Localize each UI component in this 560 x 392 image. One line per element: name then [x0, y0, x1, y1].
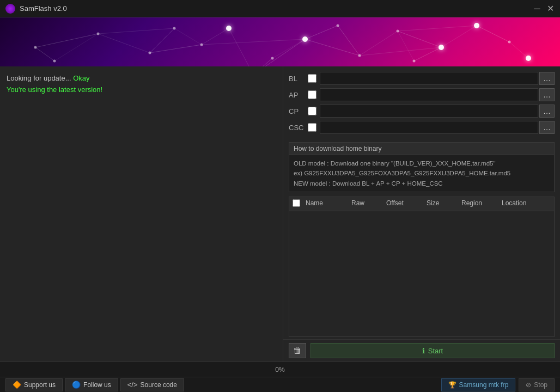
window-controls: ─ ✕: [533, 4, 555, 13]
checkbox-ap[interactable]: [308, 90, 316, 99]
col-region: Region: [461, 199, 500, 209]
erase-icon: 🗑: [293, 346, 302, 356]
info-line1: OLD model : Download one binary "(BUILD_…: [294, 158, 550, 168]
source-label: Source code: [141, 381, 177, 389]
support-icon: 🔶: [13, 381, 21, 389]
label-csc: CSC: [289, 124, 308, 132]
checkbox-bl[interactable]: [308, 74, 316, 83]
banner: [0, 17, 560, 66]
input-bl[interactable]: [320, 72, 538, 85]
samsung-icon: 🏆: [448, 381, 456, 389]
input-csc[interactable]: [320, 121, 538, 134]
col-check: [293, 199, 303, 209]
info-box: How to download home binary OLD model : …: [289, 142, 555, 192]
browse-csc-button[interactable]: …: [539, 121, 555, 134]
right-panel: BL … AP … CP … CSC: [283, 66, 560, 362]
table-header: Name Raw Offset Size Region Location: [289, 197, 554, 211]
input-cp[interactable]: [320, 105, 538, 118]
info-box-content: OLD model : Download one binary "(BUILD_…: [289, 155, 554, 192]
stop-label: Stop: [534, 381, 547, 389]
file-row-bl: BL …: [289, 72, 555, 85]
input-ap[interactable]: [320, 88, 538, 101]
app-icon: [5, 4, 15, 14]
col-offset: Offset: [386, 199, 424, 209]
progress-text: 0%: [5, 366, 555, 373]
start-label: Start: [428, 347, 443, 355]
footer-left: 🔶 Support us 🔵 Follow us </> Source code: [5, 378, 186, 391]
status-line2: You're using the latest version!: [7, 84, 276, 96]
title-bar: SamFlash v2.0 ─ ✕: [0, 0, 560, 17]
stop-icon: ⊘: [526, 381, 531, 389]
start-button[interactable]: ℹ Start: [311, 343, 555, 358]
col-name: Name: [306, 199, 349, 209]
start-icon: ℹ: [422, 347, 425, 355]
browse-cp-button[interactable]: …: [539, 105, 555, 118]
follow-label: Follow us: [83, 381, 111, 389]
footer: 🔶 Support us 🔵 Follow us </> Source code…: [0, 377, 560, 392]
source-code-button[interactable]: </> Source code: [120, 378, 184, 391]
progress-bar-container: 0%: [0, 362, 560, 377]
select-all-checkbox[interactable]: [293, 199, 300, 207]
status-ok: Okay: [73, 74, 89, 82]
status-line1: Looking for update... Okay: [7, 73, 276, 84]
file-row-csc: CSC …: [289, 121, 555, 134]
follow-icon: 🔵: [72, 381, 81, 389]
support-label: Support us: [24, 381, 56, 389]
info-box-title: How to download home binary: [289, 143, 554, 155]
col-location: Location: [502, 199, 551, 209]
checkbox-csc[interactable]: [308, 123, 316, 132]
partition-table: Name Raw Offset Size Region Location: [289, 197, 555, 337]
stop-button[interactable]: ⊘ Stop: [519, 378, 555, 391]
follow-button[interactable]: 🔵 Follow us: [65, 378, 118, 391]
footer-right: 🏆 Samsung mtk frp ⊘ Stop: [441, 378, 555, 391]
source-icon: </>: [127, 381, 138, 389]
samsung-label: Samsung mtk frp: [459, 381, 509, 389]
left-panel: Looking for update... Okay You're using …: [0, 66, 283, 362]
support-button[interactable]: 🔶 Support us: [5, 378, 63, 391]
close-button[interactable]: ✕: [546, 4, 555, 13]
erase-button[interactable]: 🗑: [289, 343, 306, 358]
flash-controls: 🗑 ℹ Start: [283, 339, 560, 362]
browse-bl-button[interactable]: …: [539, 72, 555, 85]
file-row-ap: AP …: [289, 88, 555, 101]
col-raw: Raw: [351, 199, 384, 209]
file-row-cp: CP …: [289, 105, 555, 118]
samsung-frp-button[interactable]: 🏆 Samsung mtk frp: [441, 378, 516, 391]
file-inputs: BL … AP … CP … CSC: [283, 66, 560, 140]
checkbox-cp[interactable]: [308, 107, 316, 115]
browse-ap-button[interactable]: …: [539, 88, 555, 101]
info-line3: NEW model : Download BL + AP + CP + HOME…: [294, 179, 550, 188]
main-area: Looking for update... Okay You're using …: [0, 66, 560, 362]
minimize-button[interactable]: ─: [533, 4, 541, 13]
app-title: SamFlash v2.0: [20, 4, 533, 13]
info-line2: ex) G925FXXU3DPA5_G925FOXA3DPA5_G925FXXU…: [294, 168, 550, 178]
label-ap: AP: [289, 91, 308, 99]
label-cp: CP: [289, 107, 308, 115]
status-prefix: Looking for update...: [7, 74, 73, 82]
col-size: Size: [427, 199, 459, 209]
label-bl: BL: [289, 75, 308, 83]
